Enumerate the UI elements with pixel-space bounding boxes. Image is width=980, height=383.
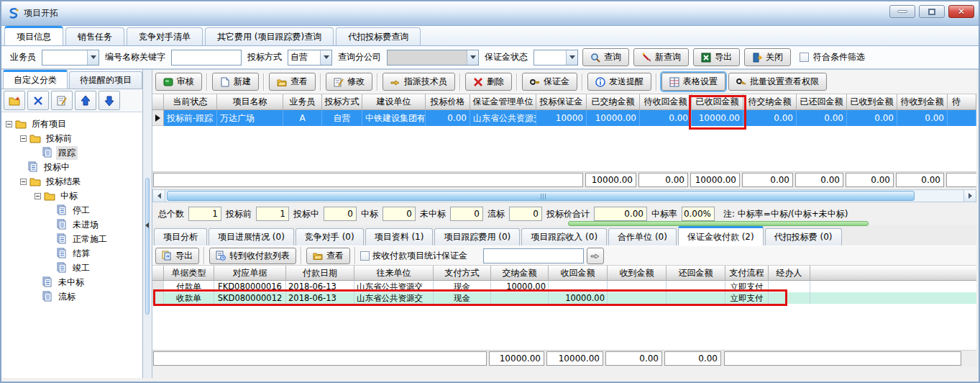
project-row-selected[interactable]: 投标前-跟踪 万达广场 A 自营 中铁建设集团有限 0.00 山东省公共资源交 …	[152, 110, 976, 126]
column-header[interactable]: 付款日期	[286, 266, 354, 281]
assign-technician-button[interactable]: 指派技术员	[383, 73, 455, 91]
keyword-input[interactable]	[171, 50, 242, 66]
salesman-select[interactable]	[42, 50, 99, 66]
tree-item-settlement[interactable]: 结算	[1, 246, 142, 261]
column-header[interactable]: 交纳金额	[491, 266, 549, 281]
scroll-left-button[interactable]	[153, 190, 165, 202]
rename-category-button[interactable]	[51, 91, 73, 110]
column-header[interactable]: 还回金额	[667, 266, 725, 281]
move-down-button[interactable]	[99, 91, 120, 110]
column-header[interactable]: 已收到金额	[847, 94, 897, 110]
export-button[interactable]: 导出	[693, 48, 740, 66]
new-category-button[interactable]	[4, 91, 25, 110]
tree-item-pre-bid[interactable]: 投标前	[1, 131, 142, 145]
tree-item-won[interactable]: 中标	[1, 189, 142, 203]
table-settings-button[interactable]: 表格设置	[661, 73, 725, 91]
column-header[interactable]: 支付方式	[434, 266, 491, 281]
column-header[interactable]: 已交纳金额	[587, 94, 640, 110]
column-header[interactable]: 投标方式	[322, 94, 362, 110]
goto-payment-list-button[interactable]: 转到收付款列表	[209, 248, 296, 264]
tab-deposit-payments[interactable]: 保证金收付款 (2)	[678, 226, 764, 245]
maximize-button[interactable]	[919, 5, 945, 18]
payment-filter-input[interactable]	[483, 248, 584, 263]
sidebar-splitter[interactable]	[143, 70, 152, 378]
tree-item-bidding[interactable]: 投标中	[1, 160, 142, 174]
column-header[interactable]: 对应单据	[214, 266, 286, 281]
collapse-icon[interactable]	[6, 121, 12, 127]
column-header[interactable]: 项目名称	[217, 94, 283, 110]
tab-withholding-bid-fee[interactable]: 代扣投标费 (0)	[765, 228, 842, 245]
column-header[interactable]: 已收回金额	[692, 94, 743, 110]
close-form-button[interactable]: 关闭	[744, 48, 791, 66]
horizontal-scrollbar[interactable]	[152, 189, 976, 202]
column-header[interactable]: 待收回金额	[640, 94, 692, 110]
tree-item-not-entered[interactable]: 未进场	[1, 217, 142, 232]
scrollbar-track[interactable]	[165, 190, 963, 202]
tree-item-all-projects[interactable]: 所有项目	[1, 117, 142, 131]
column-header[interactable]: 投标保证金	[536, 94, 587, 110]
tab-project-analysis[interactable]: 项目分析	[154, 228, 207, 245]
splitter-thumb[interactable]	[145, 178, 150, 315]
export-payments-button[interactable]: 导出	[155, 248, 199, 264]
tab-project-progress[interactable]: 项目进展情况 (0)	[209, 228, 294, 245]
column-header[interactable]: 支付流程	[725, 266, 769, 281]
tab-other-fees-query[interactable]: 其它费用 (项目跟踪费)查询	[205, 27, 334, 45]
new-button[interactable]: 新建	[212, 73, 259, 91]
column-header[interactable]: 单据类型	[164, 266, 214, 281]
tree-item-not-won[interactable]: 未中标	[1, 275, 142, 289]
filter-checkbox[interactable]	[800, 53, 809, 62]
payment-row[interactable]: 付款单 FKD080000016 2018-06-13 山东省公共资源交 现金 …	[152, 281, 976, 292]
bid-method-select[interactable]: 自营	[288, 50, 332, 66]
move-up-button[interactable]	[75, 91, 96, 110]
tab-tracking-fee[interactable]: 项目跟踪费用 (0)	[434, 228, 520, 245]
delete-button[interactable]: 删除	[465, 73, 512, 91]
tab-project-info[interactable]: 项目信息	[4, 26, 63, 45]
tab-project-docs[interactable]: 项目资料 (1)	[365, 228, 434, 245]
send-reminder-button[interactable]: 发送提醒	[587, 73, 651, 91]
column-header[interactable]: 待收到金额	[897, 94, 948, 110]
column-header[interactable]: 当前状态	[164, 94, 217, 110]
delete-category-button[interactable]	[27, 91, 49, 110]
branch-select[interactable]	[387, 50, 479, 66]
chevron-down-icon[interactable]	[566, 50, 577, 65]
query-button[interactable]: 查询	[582, 48, 629, 66]
collapse-icon[interactable]	[20, 179, 27, 185]
tree-item-normal-construction[interactable]: 正常施工	[1, 232, 142, 246]
column-header[interactable]: 待交纳金额	[743, 94, 797, 110]
collapse-icon[interactable]	[20, 135, 27, 142]
chevron-down-icon[interactable]	[320, 50, 331, 65]
tab-reminder-projects[interactable]: 待提醒的项目	[69, 71, 142, 89]
batch-permission-button[interactable]: 批量设置查看权限	[728, 73, 827, 91]
column-header[interactable]: 已还回金额	[797, 94, 847, 110]
scrollbar-thumb[interactable]	[167, 191, 915, 201]
scroll-right-button[interactable]	[963, 190, 976, 202]
modify-button[interactable]: 修改	[326, 73, 372, 91]
tab-withholding-bid-fee-query[interactable]: 代扣投标费查询	[336, 27, 421, 45]
column-header[interactable]: 往来单位	[354, 266, 434, 281]
tab-tracking-income[interactable]: 项目跟踪收入 (0)	[521, 228, 607, 245]
apply-filter-button[interactable]	[587, 248, 604, 264]
tab-partners[interactable]: 合作单位 (0)	[608, 228, 677, 245]
tab-sales-tasks[interactable]: 销售任务	[65, 27, 124, 45]
column-header[interactable]: 待	[948, 94, 976, 110]
column-header[interactable]: 投标价格	[426, 94, 470, 110]
tree-item-suspended[interactable]: 停工	[1, 203, 142, 217]
column-header[interactable]: 保证金管理单位	[470, 94, 536, 110]
deposit-status-select[interactable]	[533, 50, 578, 66]
tab-competitor-list[interactable]: 竞争对手清单	[127, 27, 203, 45]
tree-item-tracking[interactable]: 跟踪	[1, 145, 142, 160]
new-query-button[interactable]: 新查询	[633, 48, 689, 66]
stat-by-payment-checkbox[interactable]	[360, 251, 370, 261]
view-button[interactable]: 查看	[269, 73, 316, 91]
column-header[interactable]: 收回金额	[549, 266, 608, 281]
column-header[interactable]: 经办人	[769, 266, 810, 281]
deposit-button[interactable]: 保证金	[522, 73, 577, 91]
collapse-icon[interactable]	[35, 193, 41, 199]
close-button[interactable]: ✕	[948, 5, 974, 18]
tree-item-bid-result[interactable]: 投标结果	[1, 174, 142, 189]
view-payment-button[interactable]: 查看	[306, 248, 350, 264]
audit-button[interactable]: 审核	[155, 73, 202, 91]
tree-item-failed-bid[interactable]: 流标	[1, 289, 142, 304]
chevron-down-icon[interactable]	[87, 50, 99, 65]
tab-competitors[interactable]: 竞争对手 (0)	[296, 228, 364, 245]
